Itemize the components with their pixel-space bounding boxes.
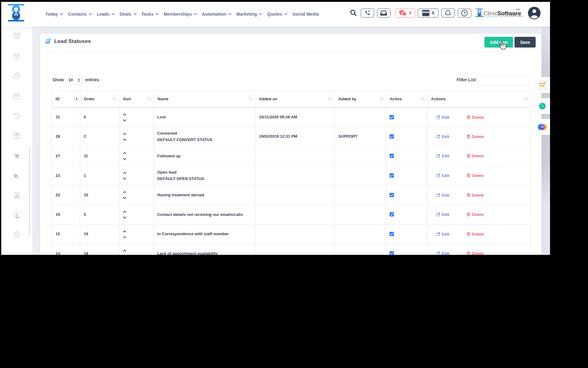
svg-text:?: ?: [463, 11, 466, 15]
svg-text:AI: AI: [541, 125, 544, 128]
svg-text:12: 12: [15, 35, 18, 38]
